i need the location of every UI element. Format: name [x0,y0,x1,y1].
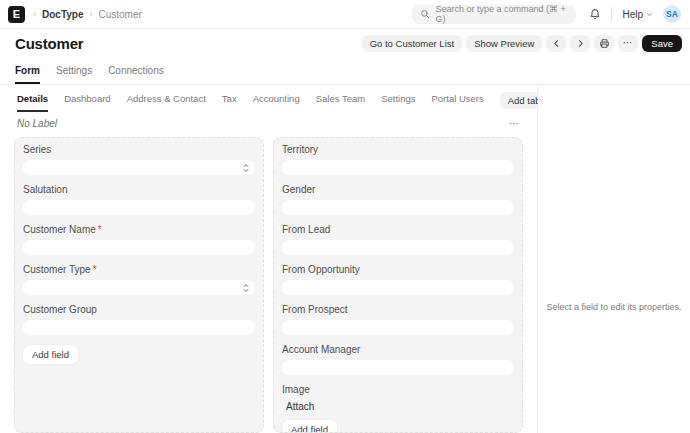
section-header: No Label ⋯ [0,112,537,137]
show-preview-button[interactable]: Show Preview [466,35,542,52]
doctab-address-contact[interactable]: Address & Contact [127,93,206,112]
field-image[interactable]: Image [282,384,514,400]
form-column-2[interactable]: Territory Gender From Lead From Opportun… [273,137,523,433]
field-label: Customer Type* [23,264,255,276]
section-columns: Series Salutation Customer Name* [0,137,537,433]
field-label: Customer Group [23,304,255,316]
add-field-button[interactable]: Add field [282,420,337,433]
app-logo-icon[interactable]: E [8,6,25,23]
customer-group-input[interactable] [23,320,255,335]
from-prospect-input[interactable] [282,320,514,335]
chevron-right-icon [576,39,585,48]
tab-settings[interactable]: Settings [56,57,92,84]
go-to-customer-list-button[interactable]: Go to Customer List [362,35,462,52]
field-customer-group[interactable]: Customer Group [23,304,255,335]
field-label: From Opportunity [282,264,514,276]
search-placeholder: Search or type a command (⌘ + G) [435,4,568,24]
notifications-bell-icon[interactable] [589,8,601,20]
help-menu[interactable]: Help [622,9,653,20]
ellipsis-icon: ⋯ [623,38,634,48]
required-marker: * [93,264,97,275]
save-button[interactable]: Save [642,35,682,52]
page-actions: Go to Customer List Show Preview ⋯ Save [362,35,682,52]
chevron-right-icon: › [33,9,36,19]
doctab-portal-users[interactable]: Portal Users [431,93,483,112]
section-label[interactable]: No Label [17,118,57,129]
menu-button[interactable]: ⋯ [618,35,638,52]
field-salutation[interactable]: Salutation [23,184,255,215]
field-label: Image [282,384,514,396]
navbar-right: Search or type a command (⌘ + G) Help SA [412,5,681,24]
field-label: Gender [282,184,514,196]
field-label: Territory [282,144,514,156]
customer-type-select[interactable] [23,280,255,295]
navbar-left: E › DocType › Customer [8,6,142,23]
field-label: Series [23,144,255,156]
printer-icon [599,38,610,49]
field-territory[interactable]: Territory [282,144,514,175]
select-stepper-icon [243,163,249,172]
doctab-accounting[interactable]: Accounting [253,93,300,112]
salutation-input[interactable] [23,200,255,215]
print-button[interactable] [594,35,614,52]
global-search-input[interactable]: Search or type a command (⌘ + G) [412,5,576,24]
divider [611,7,612,21]
form-builder: Details Dashboard Address & Contact Tax … [0,85,690,433]
doctab-dashboard[interactable]: Dashboard [64,93,110,112]
chevron-left-icon [552,39,561,48]
field-label: Account Manager [282,344,514,356]
territory-input[interactable] [282,160,514,175]
tab-connections[interactable]: Connections [108,57,164,84]
doctab-sales-team[interactable]: Sales Team [316,93,365,112]
user-avatar[interactable]: SA [663,5,681,23]
field-from-prospect[interactable]: From Prospect [282,304,514,335]
field-from-lead[interactable]: From Lead [282,224,514,255]
field-customer-name[interactable]: Customer Name* [23,224,255,255]
form-builder-canvas: Details Dashboard Address & Contact Tax … [0,85,538,433]
series-select[interactable] [23,160,255,175]
select-stepper-icon [243,283,249,292]
breadcrumb: › DocType › Customer [33,9,142,20]
field-customer-type[interactable]: Customer Type* [23,264,255,295]
field-gender[interactable]: Gender [282,184,514,215]
required-marker: * [98,224,102,235]
account-manager-input[interactable] [282,360,514,375]
section-menu-button[interactable]: ⋯ [509,119,520,129]
navbar: E › DocType › Customer Search or type a … [0,0,690,29]
next-document-button[interactable] [570,35,590,52]
doctab-details[interactable]: Details [17,93,48,112]
page-title: Customer [15,35,83,52]
field-from-opportunity[interactable]: From Opportunity [282,264,514,295]
page-header: Customer Go to Customer List Show Previe… [0,29,690,57]
field-label: From Prospect [282,304,514,316]
app-window: E › DocType › Customer Search or type a … [0,0,690,433]
from-opportunity-input[interactable] [282,280,514,295]
search-icon [420,9,430,19]
field-properties-panel: Select a field to edit its properties. [538,85,690,433]
chevron-down-icon [646,11,653,18]
gender-input[interactable] [282,200,514,215]
attach-button[interactable]: Attach [282,400,514,412]
breadcrumb-doctype[interactable]: DocType [42,9,84,20]
help-label: Help [622,9,643,20]
add-field-button[interactable]: Add field [23,345,78,364]
field-account-manager[interactable]: Account Manager [282,344,514,375]
breadcrumb-customer[interactable]: Customer [99,9,142,20]
tab-form[interactable]: Form [15,57,40,84]
customer-name-input[interactable] [23,240,255,255]
from-lead-input[interactable] [282,240,514,255]
field-label: Salutation [23,184,255,196]
doctype-tab-bar: Details Dashboard Address & Contact Tax … [0,85,537,112]
properties-empty-text: Select a field to edit its properties. [546,302,681,312]
doctab-settings[interactable]: Settings [381,93,415,112]
field-label: Customer Name* [23,224,255,236]
doctab-tax[interactable]: Tax [222,93,237,112]
form-column-1[interactable]: Series Salutation Customer Name* [14,137,264,433]
chevron-right-icon: › [90,9,93,19]
previous-document-button[interactable] [546,35,566,52]
view-tabs: Form Settings Connections [0,57,690,85]
field-series[interactable]: Series [23,144,255,175]
field-label: From Lead [282,224,514,236]
